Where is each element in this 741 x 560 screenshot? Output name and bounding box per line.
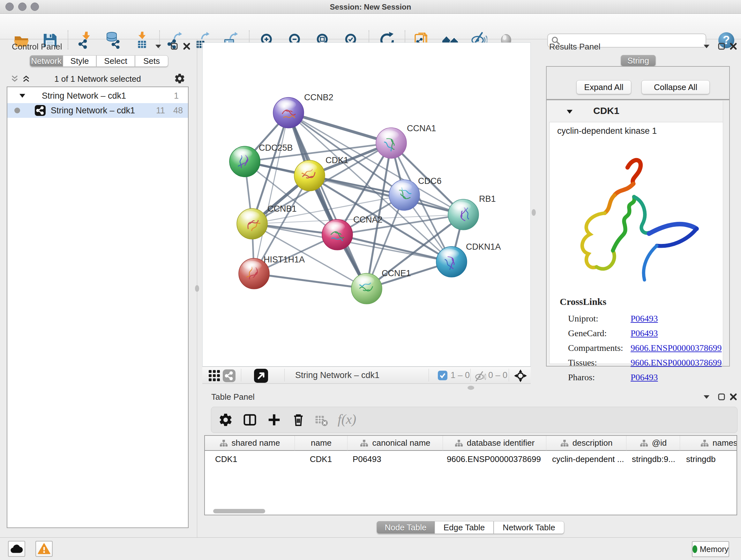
- node-gloss: [298, 163, 317, 172]
- results-panel-close-icon[interactable]: [729, 42, 738, 51]
- network-node-count: 11: [156, 106, 165, 116]
- table-settings-gear-icon[interactable]: [218, 413, 233, 427]
- status-bar: Memory: [0, 537, 741, 560]
- hidden-eye-slash-icon: [474, 370, 486, 382]
- show-columns-icon[interactable]: [243, 413, 257, 427]
- bottom-splitter-handle[interactable]: [468, 386, 474, 390]
- node-CCNB1[interactable]: [237, 208, 267, 239]
- crosslink-pharos-link[interactable]: P06493: [630, 372, 658, 382]
- crosslink-tissues-link[interactable]: 9606.ENSP00000378699: [630, 358, 722, 368]
- string-view-icon[interactable]: [223, 369, 235, 382]
- column-header-description[interactable]: description: [546, 436, 626, 451]
- edge-CCNB2-CCNA1[interactable]: [288, 113, 391, 143]
- cell-name[interactable]: CDK1: [294, 453, 347, 465]
- node-CCNB2[interactable]: [273, 98, 304, 128]
- network-view-toolbar: String Network – cdk1 1 – 0 0 – 0: [202, 367, 531, 384]
- right-splitter-handle[interactable]: [532, 209, 536, 216]
- current-network-name: String Network – cdk1: [295, 370, 380, 380]
- results-scrollbar[interactable]: [723, 101, 729, 365]
- table-panel-collapse-icon[interactable]: [702, 393, 711, 401]
- node-label-CCNE1: CCNE1: [382, 268, 411, 278]
- column-header-shared-name[interactable]: shared name: [205, 436, 294, 451]
- results-panel-collapse-icon[interactable]: [702, 42, 711, 51]
- crosslink-compartments-link[interactable]: 9606.ENSP00000378699: [630, 343, 722, 353]
- selected-checkbox-icon[interactable]: [438, 371, 448, 380]
- node-CCNA2[interactable]: [322, 219, 353, 250]
- node-CCNE1[interactable]: [351, 273, 382, 304]
- cell-shared-name[interactable]: CDK1: [215, 453, 292, 465]
- column-header-namespace[interactable]: namespace: [680, 436, 737, 451]
- column-header-at-id[interactable]: @id: [626, 436, 680, 451]
- column-header-canonical-name[interactable]: canonical name: [347, 436, 443, 451]
- add-column-icon[interactable]: [267, 413, 281, 427]
- left-splitter-handle[interactable]: [195, 285, 199, 292]
- table-panel-close-icon[interactable]: [729, 393, 738, 401]
- tab-node-table[interactable]: Node Table: [377, 521, 434, 534]
- node-CCNA1[interactable]: [376, 128, 407, 159]
- results-panel-float-icon[interactable]: [718, 42, 726, 51]
- open-in-browser-icon[interactable]: [254, 369, 268, 383]
- edge-CCNA2-CDKN1A[interactable]: [337, 235, 452, 262]
- tab-network-table[interactable]: Network Table: [494, 521, 564, 534]
- node-CDK1[interactable]: [294, 160, 325, 191]
- cloud-status-button[interactable]: [8, 541, 25, 557]
- network-options-gear-icon[interactable]: [174, 73, 185, 84]
- warning-status-button[interactable]: [36, 541, 53, 557]
- collapse-all-button[interactable]: Collapse All: [642, 80, 710, 94]
- network-row-label: String Network – cdk1: [51, 106, 135, 116]
- control-panel-collapse-icon[interactable]: [154, 42, 162, 51]
- fit-content-target-icon[interactable]: [514, 369, 527, 382]
- node-gloss: [243, 261, 262, 270]
- delete-column-trash-icon[interactable]: [291, 413, 306, 427]
- network-collection-row[interactable]: String Network – cdk1 1: [7, 88, 188, 103]
- edge-HIST1H1A-CCNE1[interactable]: [254, 273, 367, 289]
- control-panel-float-icon[interactable]: [170, 42, 179, 51]
- tab-style[interactable]: Style: [63, 55, 96, 67]
- gene-section-header[interactable]: CDK1: [548, 104, 722, 120]
- column-type-icon: [640, 439, 648, 447]
- network-canvas[interactable]: CCNB2CCNA1CDC25BCDK1CDC6RB1CCNB1CCNA2CDK…: [202, 43, 531, 367]
- network-tree: String Network – cdk1 1 String Network –…: [7, 86, 189, 528]
- cell-namespace[interactable]: stringdb: [686, 453, 737, 465]
- cell-database-identifier[interactable]: 9606.ENSP00000378699: [447, 453, 546, 465]
- node-CDC6[interactable]: [389, 180, 420, 210]
- node-gloss: [241, 211, 260, 221]
- cell-at-id[interactable]: stringdb:9...: [632, 453, 679, 465]
- crosslink-label: GeneCard:: [568, 326, 630, 341]
- tab-network[interactable]: Network: [30, 55, 63, 67]
- control-panel-title: Control Panel: [12, 42, 62, 52]
- crosslink-uniprot-link[interactable]: P06493: [630, 314, 658, 323]
- memory-label: Memory: [700, 545, 729, 554]
- node-CDKN1A[interactable]: [436, 246, 467, 277]
- expand-all-button[interactable]: Expand All: [576, 80, 631, 94]
- control-panel-close-icon[interactable]: [183, 42, 191, 51]
- gene-symbol: CDK1: [593, 105, 619, 116]
- network-selection-status: 1 of 1 Network selected: [7, 74, 189, 84]
- column-header-name[interactable]: name: [294, 436, 347, 451]
- column-header-database-identifier[interactable]: database identifier: [443, 436, 546, 451]
- column-type-icon: [455, 439, 463, 447]
- network-row-selected[interactable]: String Network – cdk1 11 48: [7, 103, 188, 118]
- tab-edge-table[interactable]: Edge Table: [434, 521, 494, 534]
- node-label-CCNB2: CCNB2: [304, 92, 333, 102]
- table-horizontal-scrollbar[interactable]: [213, 509, 265, 513]
- edge-CCNB2-HIST1H1A[interactable]: [254, 113, 288, 273]
- cell-description[interactable]: cyclin-dependent ...: [552, 453, 625, 465]
- cell-canonical-name[interactable]: P06493: [353, 453, 442, 465]
- network-graph[interactable]: CCNB2CCNA1CDC25BCDK1CDC6RB1CCNB1CCNA2CDK…: [203, 43, 530, 366]
- birds-eye-grid-icon[interactable]: [208, 369, 221, 382]
- tab-string[interactable]: String: [621, 55, 656, 66]
- crosslink-genecard-link[interactable]: P06493: [630, 328, 658, 338]
- results-actions-box: Expand All Collapse All: [546, 66, 730, 100]
- tab-sets[interactable]: Sets: [135, 55, 168, 67]
- memory-status-dot-icon: [692, 545, 697, 553]
- table-panel-float-icon[interactable]: [718, 393, 726, 401]
- gene-expander-icon[interactable]: [566, 109, 574, 115]
- tab-select[interactable]: Select: [96, 55, 135, 67]
- window-titlebar: Session: New Session: [0, 0, 741, 14]
- collection-expander-icon[interactable]: [19, 92, 26, 99]
- node-CDC25B[interactable]: [229, 146, 260, 177]
- crosslink-row: Pharos:P06493: [568, 370, 722, 385]
- memory-button[interactable]: Memory: [692, 541, 729, 557]
- node-RB1[interactable]: [448, 199, 479, 230]
